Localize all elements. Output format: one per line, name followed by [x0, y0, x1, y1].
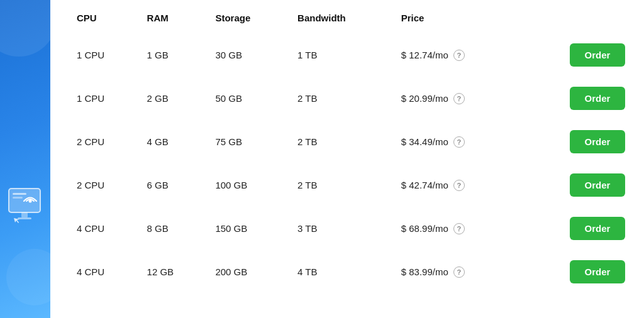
- pricing-table: CPU RAM Storage Bandwidth Price 1 CPU1 G…: [69, 13, 625, 293]
- cell-bandwidth-4: 3 TB: [290, 207, 394, 250]
- help-icon[interactable]: ?: [453, 223, 465, 234]
- order-button-3[interactable]: Order: [570, 173, 625, 197]
- cell-price-5: $ 83.99/mo?: [394, 250, 523, 293]
- cell-cpu-0: 1 CPU: [69, 33, 140, 77]
- header-action: [522, 13, 625, 33]
- cell-cpu-2: 2 CPU: [69, 120, 140, 163]
- main-content: CPU RAM Storage Bandwidth Price 1 CPU1 G…: [50, 0, 644, 318]
- price-value: $ 34.49/mo: [401, 136, 448, 147]
- cell-ram-4: 8 GB: [140, 207, 208, 250]
- header-price: Price: [394, 13, 523, 33]
- help-icon[interactable]: ?: [453, 50, 465, 61]
- cell-ram-0: 1 GB: [140, 33, 208, 77]
- cell-bandwidth-3: 2 TB: [290, 163, 394, 207]
- cell-order-3: Order: [522, 163, 625, 207]
- header-bandwidth: Bandwidth: [290, 13, 394, 33]
- header-cpu: CPU: [69, 13, 140, 33]
- wifi-icon: [6, 184, 43, 236]
- cell-ram-1: 2 GB: [140, 77, 208, 120]
- help-icon[interactable]: ?: [453, 180, 465, 191]
- cell-price-1: $ 20.99/mo?: [394, 77, 523, 120]
- cell-storage-1: 50 GB: [208, 77, 290, 120]
- cell-price-0: $ 12.74/mo?: [394, 33, 523, 77]
- cell-cpu-3: 2 CPU: [69, 163, 140, 207]
- price-value: $ 20.99/mo: [401, 93, 448, 104]
- cell-bandwidth-2: 2 TB: [290, 120, 394, 163]
- cell-price-2: $ 34.49/mo?: [394, 120, 523, 163]
- cell-bandwidth-0: 1 TB: [290, 33, 394, 77]
- cell-bandwidth-1: 2 TB: [290, 77, 394, 120]
- order-button-2[interactable]: Order: [570, 130, 625, 153]
- cell-order-4: Order: [522, 207, 625, 250]
- order-button-4[interactable]: Order: [570, 217, 625, 240]
- table-row: 4 CPU8 GB150 GB3 TB$ 68.99/mo?Order: [69, 207, 625, 250]
- sidebar-decoration1: [0, 0, 50, 57]
- cell-ram-2: 4 GB: [140, 120, 208, 163]
- cell-cpu-5: 4 CPU: [69, 250, 140, 293]
- cell-ram-3: 6 GB: [140, 163, 208, 207]
- sidebar-decoration2: [6, 249, 50, 305]
- cell-price-3: $ 42.74/mo?: [394, 163, 523, 207]
- cell-storage-3: 100 GB: [208, 163, 290, 207]
- cell-bandwidth-5: 4 TB: [290, 250, 394, 293]
- cell-order-2: Order: [522, 120, 625, 163]
- price-value: $ 83.99/mo: [401, 266, 448, 277]
- help-icon[interactable]: ?: [453, 93, 465, 104]
- cell-price-4: $ 68.99/mo?: [394, 207, 523, 250]
- help-icon[interactable]: ?: [453, 136, 465, 148]
- help-icon[interactable]: ?: [453, 266, 465, 278]
- cell-order-1: Order: [522, 77, 625, 120]
- cell-cpu-4: 4 CPU: [69, 207, 140, 250]
- header-storage: Storage: [208, 13, 290, 33]
- svg-rect-4: [21, 212, 28, 217]
- table-row: 2 CPU6 GB100 GB2 TB$ 42.74/mo?Order: [69, 163, 625, 207]
- cell-storage-2: 75 GB: [208, 120, 290, 163]
- price-value: $ 42.74/mo: [401, 180, 448, 190]
- table-header-row: CPU RAM Storage Bandwidth Price: [69, 13, 625, 33]
- table-row: 4 CPU12 GB200 GB4 TB$ 83.99/mo?Order: [69, 250, 625, 293]
- svg-rect-5: [18, 217, 31, 219]
- order-button-5[interactable]: Order: [570, 260, 625, 283]
- order-button-1[interactable]: Order: [570, 87, 625, 110]
- cell-ram-5: 12 GB: [140, 250, 208, 293]
- cell-cpu-1: 1 CPU: [69, 77, 140, 120]
- cell-order-5: Order: [522, 250, 625, 293]
- price-value: $ 12.74/mo: [401, 50, 448, 60]
- header-ram: RAM: [140, 13, 208, 33]
- table-row: 1 CPU2 GB50 GB2 TB$ 20.99/mo?Order: [69, 77, 625, 120]
- cell-storage-5: 200 GB: [208, 250, 290, 293]
- cell-order-0: Order: [522, 33, 625, 77]
- svg-rect-2: [13, 197, 23, 199]
- price-value: $ 68.99/mo: [401, 223, 448, 234]
- svg-rect-1: [13, 193, 26, 195]
- sidebar: [0, 0, 50, 318]
- table-row: 2 CPU4 GB75 GB2 TB$ 34.49/mo?Order: [69, 120, 625, 163]
- cell-storage-4: 150 GB: [208, 207, 290, 250]
- order-button-0[interactable]: Order: [570, 43, 625, 67]
- table-row: 1 CPU1 GB30 GB1 TB$ 12.74/mo?Order: [69, 33, 625, 77]
- cell-storage-0: 30 GB: [208, 33, 290, 77]
